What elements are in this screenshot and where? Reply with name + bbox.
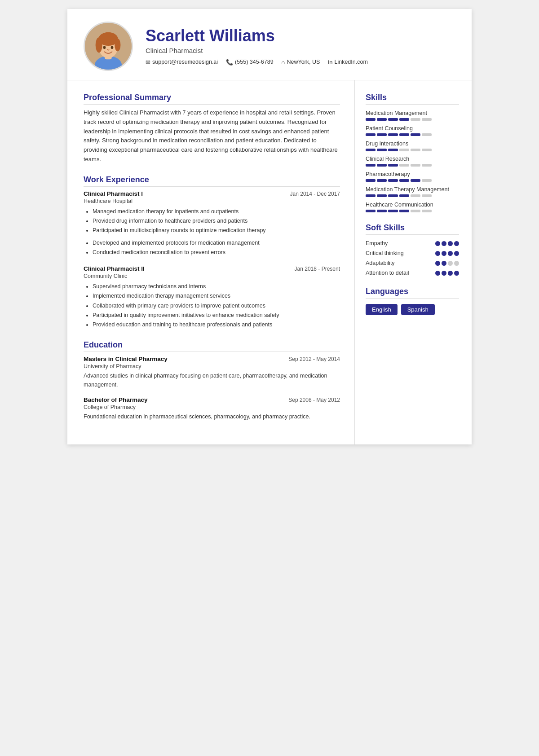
dot-filled <box>454 251 459 256</box>
experience-section: Work Experience Clinical Pharmacist I Ja… <box>84 175 340 330</box>
edu-degree-1: Masters in Clinical Pharmacy <box>84 356 168 362</box>
job-header-2: Clinical Pharmacist II Jan 2018 - Presen… <box>84 265 340 272</box>
edu-date-2: Sep 2008 - May 2012 <box>288 397 340 403</box>
header: Scarlett Williams Clinical Pharmacist ✉ … <box>67 9 472 80</box>
skill-seg-empty <box>422 179 432 182</box>
skill-seg-empty <box>411 149 420 151</box>
edu-header-2: Bachelor of Pharmacy Sep 2008 - May 2012 <box>84 396 340 403</box>
skill-seg-filled <box>388 210 398 212</box>
languages-title: Languages <box>366 287 459 299</box>
skill-item: Drug Interactions <box>366 141 459 151</box>
skill-seg-empty <box>411 164 420 167</box>
phone-value: (555) 345-6789 <box>235 59 273 65</box>
skill-item: Medication Management <box>366 110 459 121</box>
skills-section: Skills Medication ManagementPatient Coun… <box>366 93 459 212</box>
email-icon: ✉ <box>146 59 150 66</box>
skill-seg-filled <box>366 164 376 167</box>
soft-skill-item: Adaptability <box>366 260 459 266</box>
soft-skill-item: Critical thinking <box>366 250 459 256</box>
edu-date-1: Sep 2012 - May 2014 <box>288 356 340 362</box>
dot-row <box>435 271 459 276</box>
skill-bar <box>366 194 459 197</box>
skill-seg-empty <box>422 210 432 212</box>
skill-seg-empty <box>422 194 432 197</box>
skill-seg-filled <box>366 133 376 136</box>
skill-seg-filled <box>377 133 387 136</box>
location-value: NewYork, US <box>287 59 320 65</box>
dot-row <box>435 241 459 246</box>
skill-seg-filled <box>366 149 376 151</box>
skill-name: Healthcare Communication <box>366 202 459 208</box>
skill-name: Drug Interactions <box>366 141 459 147</box>
skill-bar <box>366 179 459 182</box>
avatar <box>84 22 133 71</box>
skill-seg-filled <box>399 118 409 121</box>
skill-bar <box>366 164 459 167</box>
skill-seg-filled <box>399 179 409 182</box>
soft-skill-name: Empathy <box>366 240 435 246</box>
skill-seg-filled <box>411 179 420 182</box>
dot-filled <box>435 251 440 256</box>
soft-skill-name: Attention to detail <box>366 270 435 276</box>
job-title-1: Clinical Pharmacist I <box>84 190 143 197</box>
language-badges: EnglishSpanish <box>366 304 459 315</box>
svg-point-5 <box>96 37 102 53</box>
header-contacts: ✉ support@resumedesign.ai 📞 (555) 345-67… <box>146 59 455 66</box>
skill-item: Medication Therapy Management <box>366 186 459 197</box>
dot-filled <box>448 251 453 256</box>
left-column: Professional Summary Highly skilled Clin… <box>67 80 355 444</box>
bullet: Participated in multidisciplinary rounds… <box>93 226 340 235</box>
edu-desc-2: Foundational education in pharmaceutical… <box>84 412 340 421</box>
skill-item: Clinical Research <box>366 156 459 167</box>
svg-point-8 <box>111 46 114 49</box>
dot-filled <box>442 261 446 266</box>
skill-seg-filled <box>377 149 387 151</box>
job-bullets-1: Managed medication therapy for inpatient… <box>84 207 340 236</box>
skill-bar <box>366 149 459 151</box>
location-contact: ⌂ NewYork, US <box>282 59 320 66</box>
skill-seg-filled <box>388 194 398 197</box>
svg-point-6 <box>115 39 120 51</box>
job-company-1: Healthcare Hospital <box>84 198 340 204</box>
phone-contact: 📞 (555) 345-6789 <box>226 59 273 66</box>
skill-seg-empty <box>399 149 409 151</box>
dot-filled <box>448 241 453 246</box>
skill-seg-empty <box>422 149 432 151</box>
skill-seg-empty <box>411 210 420 212</box>
bullet: Provided drug information to healthcare … <box>93 216 340 226</box>
skill-seg-empty <box>399 164 409 167</box>
skill-seg-empty <box>422 164 432 167</box>
skill-seg-filled <box>388 164 398 167</box>
bullet: Developed and implemented protocols for … <box>93 238 340 248</box>
edu-item-2: Bachelor of Pharmacy Sep 2008 - May 2012… <box>84 396 340 421</box>
dot-empty <box>454 261 459 266</box>
right-column: Skills Medication ManagementPatient Coun… <box>355 80 472 444</box>
job-date-1: Jan 2014 - Dec 2017 <box>290 191 340 197</box>
skill-seg-empty <box>422 118 432 121</box>
job-header-1: Clinical Pharmacist I Jan 2014 - Dec 201… <box>84 190 340 197</box>
skill-seg-filled <box>399 210 409 212</box>
dot-filled <box>435 261 440 266</box>
bullet: Provided education and training to healt… <box>93 320 340 330</box>
job-item-2: Clinical Pharmacist II Jan 2018 - Presen… <box>84 265 340 330</box>
soft-skill-name: Adaptability <box>366 260 435 266</box>
skill-seg-filled <box>399 194 409 197</box>
education-title: Education <box>84 340 340 352</box>
languages-section: Languages EnglishSpanish <box>366 287 459 315</box>
soft-skill-item: Attention to detail <box>366 270 459 276</box>
bullet: Collaborated with primary care providers… <box>93 301 340 311</box>
edu-school-1: University of Pharmacy <box>84 363 340 369</box>
dot-filled <box>442 241 446 246</box>
skill-seg-filled <box>377 118 387 121</box>
summary-text: Highly skilled Clinical Pharmacist with … <box>84 108 340 164</box>
job-company-2: Community Clinic <box>84 273 340 279</box>
soft-skills-section: Soft Skills EmpathyCritical thinkingAdap… <box>366 223 459 276</box>
soft-skill-name: Critical thinking <box>366 250 435 256</box>
skill-seg-filled <box>388 179 398 182</box>
dot-filled <box>435 241 440 246</box>
experience-title: Work Experience <box>84 175 340 187</box>
bullet: Implemented medication therapy managemen… <box>93 291 340 301</box>
summary-title: Professional Summary <box>84 93 340 105</box>
skill-seg-empty <box>422 133 432 136</box>
skill-item: Patient Counseling <box>366 125 459 136</box>
